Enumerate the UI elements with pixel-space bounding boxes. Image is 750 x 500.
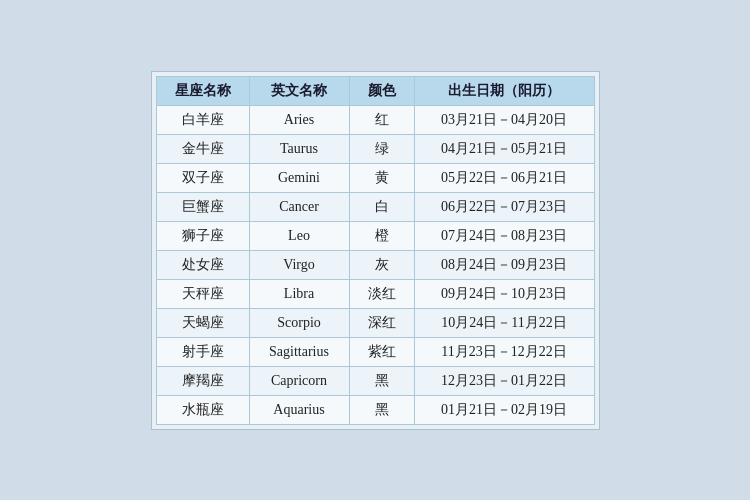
cell-en: Sagittarius [249,337,349,366]
cell-color: 深红 [349,308,414,337]
cell-zh: 天蝎座 [156,308,249,337]
cell-color: 黑 [349,366,414,395]
cell-color: 淡红 [349,279,414,308]
header-color: 颜色 [349,76,414,105]
cell-date: 08月24日－09月23日 [414,250,594,279]
cell-zh: 处女座 [156,250,249,279]
table-row: 射手座Sagittarius紫红11月23日－12月22日 [156,337,594,366]
cell-zh: 狮子座 [156,221,249,250]
table-row: 金牛座Taurus绿04月21日－05月21日 [156,134,594,163]
cell-en: Libra [249,279,349,308]
cell-date: 09月24日－10月23日 [414,279,594,308]
zodiac-table: 星座名称 英文名称 颜色 出生日期（阳历） 白羊座Aries红03月21日－04… [156,76,595,425]
cell-color: 橙 [349,221,414,250]
cell-date: 01月21日－02月19日 [414,395,594,424]
cell-en: Taurus [249,134,349,163]
table-row: 天蝎座Scorpio深红10月24日－11月22日 [156,308,594,337]
cell-date: 04月21日－05月21日 [414,134,594,163]
cell-zh: 水瓶座 [156,395,249,424]
cell-date: 07月24日－08月23日 [414,221,594,250]
cell-zh: 摩羯座 [156,366,249,395]
cell-en: Gemini [249,163,349,192]
cell-en: Aries [249,105,349,134]
table-row: 狮子座Leo橙07月24日－08月23日 [156,221,594,250]
cell-zh: 白羊座 [156,105,249,134]
table-row: 巨蟹座Cancer白06月22日－07月23日 [156,192,594,221]
table-row: 双子座Gemini黄05月22日－06月21日 [156,163,594,192]
header-date: 出生日期（阳历） [414,76,594,105]
cell-color: 红 [349,105,414,134]
cell-color: 绿 [349,134,414,163]
header-zh: 星座名称 [156,76,249,105]
cell-date: 03月21日－04月20日 [414,105,594,134]
cell-zh: 双子座 [156,163,249,192]
table-row: 水瓶座Aquarius黑01月21日－02月19日 [156,395,594,424]
cell-date: 11月23日－12月22日 [414,337,594,366]
cell-en: Leo [249,221,349,250]
table-row: 天秤座Libra淡红09月24日－10月23日 [156,279,594,308]
cell-zh: 巨蟹座 [156,192,249,221]
table-row: 摩羯座Capricorn黑12月23日－01月22日 [156,366,594,395]
cell-color: 灰 [349,250,414,279]
cell-en: Cancer [249,192,349,221]
cell-date: 06月22日－07月23日 [414,192,594,221]
cell-zh: 金牛座 [156,134,249,163]
cell-color: 紫红 [349,337,414,366]
cell-en: Virgo [249,250,349,279]
cell-en: Scorpio [249,308,349,337]
table-row: 白羊座Aries红03月21日－04月20日 [156,105,594,134]
cell-date: 05月22日－06月21日 [414,163,594,192]
cell-zh: 天秤座 [156,279,249,308]
cell-color: 黄 [349,163,414,192]
cell-color: 黑 [349,395,414,424]
cell-en: Aquarius [249,395,349,424]
cell-color: 白 [349,192,414,221]
table-row: 处女座Virgo灰08月24日－09月23日 [156,250,594,279]
header-en: 英文名称 [249,76,349,105]
cell-en: Capricorn [249,366,349,395]
cell-zh: 射手座 [156,337,249,366]
cell-date: 10月24日－11月22日 [414,308,594,337]
zodiac-table-wrapper: 星座名称 英文名称 颜色 出生日期（阳历） 白羊座Aries红03月21日－04… [151,71,600,430]
table-header-row: 星座名称 英文名称 颜色 出生日期（阳历） [156,76,594,105]
cell-date: 12月23日－01月22日 [414,366,594,395]
